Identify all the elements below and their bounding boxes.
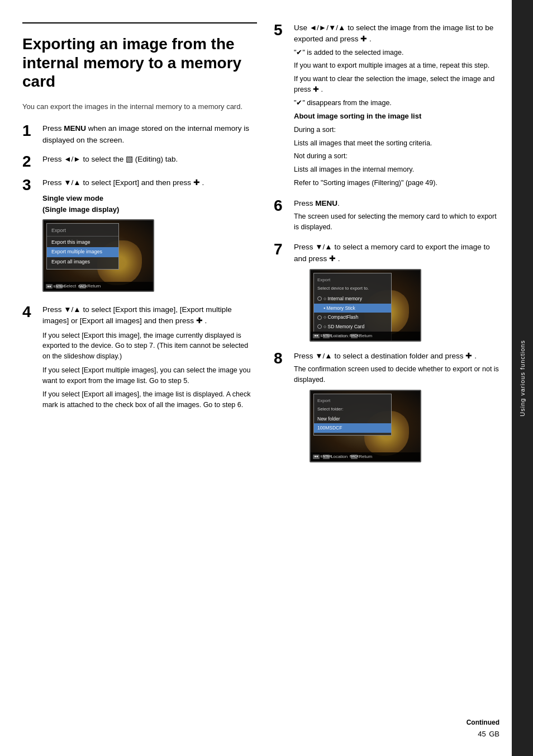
step-5-number: 5 [274, 22, 289, 38]
step-4-sub-3: If you select [Export all images], the i… [42, 389, 257, 410]
step-5: 5 Use ◄/►/▼/▲ to select the image from t… [274, 22, 501, 191]
camera-menu-item-2: Export multiple images [47, 247, 118, 257]
step-6: 6 Press MENU. The screen used for select… [274, 198, 501, 235]
mem-card-label-memorystick: ▪ Memory Stick [323, 305, 355, 312]
continued-text: Continued [467, 719, 499, 726]
step-8-content: Press ▼/▲ to select a destination folder… [294, 351, 501, 465]
camera-btn-back: BACK Return [79, 283, 101, 290]
step-7: 7 Press ▼/▲ to select a memory card to e… [274, 242, 501, 344]
folder-export-title: Export [314, 396, 391, 405]
mem-card-dot-internal [317, 296, 322, 301]
step-8-sub: The confirmation screen used to decide w… [294, 364, 501, 385]
camera-btn-icon-step7-enter: ENTER [323, 334, 330, 338]
camera-btn-step7-enter: ENTER Location [323, 333, 348, 339]
step-4-sub-1: If you select [Export this image], the i… [42, 330, 257, 362]
camera-btn-step8-enter: ENTER Location [323, 453, 348, 460]
sidebar-label: Using various functions [519, 340, 526, 417]
mode-box: Single view mode(Single image display) E… [42, 193, 257, 292]
step-3-number: 3 [22, 177, 38, 193]
page-number: 45 GB [467, 726, 499, 739]
mem-card-item-internal: ○ Internal memory [314, 294, 391, 304]
folder-menu: Export Select folder: New folder 100MSDC… [313, 394, 392, 436]
step-5-sub: "✔" is added to the selected image. If y… [294, 48, 501, 188]
camera-btn-label-step8-return: Return [359, 453, 372, 460]
camera-menu-item-1: Export this image [47, 238, 118, 248]
step-4: 4 Press ▼/▲ to select [Export this image… [22, 304, 257, 414]
right-column: 5 Use ◄/►/▼/▲ to select the image from t… [274, 22, 501, 734]
sort-heading: About image sorting in the image list [294, 111, 501, 122]
step-8-sub-text: The confirmation screen used to decide w… [294, 364, 501, 385]
step-1-content: Press MENU when an image stored on the i… [42, 123, 257, 146]
step-1: 1 Press MENU when an image stored on the… [22, 123, 257, 146]
mem-card-item-cf: ○ CompactFlash [314, 313, 391, 322]
page: Using various functions Exporting an ima… [0, 0, 533, 756]
intro-text: You can export the images in the interna… [22, 101, 257, 112]
camera-btn-label-step7-location: Location [331, 333, 348, 339]
sort-during-desc: Lists all images that meet the sorting c… [294, 138, 501, 149]
step-7-content: Press ▼/▲ to select a memory card to exp… [294, 242, 501, 344]
mem-card-dot-cf [317, 315, 322, 320]
camera-btn-step8-back: BACK Return [351, 453, 372, 460]
sort-during: During a sort: [294, 125, 501, 135]
sort-not-during: Not during a sort: [294, 151, 501, 162]
camera-btn-enter: ENTER Select [56, 283, 76, 290]
step-2: 2 Press ◄/► to select the ▧ (Editing) ta… [22, 154, 257, 169]
step-3-content: Press ▼/▲ to select [Export] and then pr… [42, 177, 257, 296]
camera-btn-icon-step7-back: BACK [351, 334, 358, 338]
step-4-number: 4 [22, 304, 38, 320]
camera-menu-item-3: Export all images [47, 257, 118, 267]
mem-card-item-sd: ○ SD Memory Card [314, 322, 391, 332]
step-5-sub-4: "✔" disappears from the image. [294, 98, 501, 108]
step-4-content: Press ▼/▲ to select [Export this image],… [42, 304, 257, 414]
camera-btn-step7-back: BACK Return [351, 333, 372, 339]
camera-btn-icon-step7-circles: ●● [313, 334, 320, 338]
sort-not-during-desc: Lists all images in the internal memory. [294, 164, 501, 175]
camera-btn-icon-circles: ●● [46, 284, 53, 289]
camera-btn-icon-back: BACK [79, 284, 86, 289]
mem-card-label-cf: ○ CompactFlash [323, 314, 358, 321]
camera-btn-icon-step8-circles: ●● [313, 455, 320, 459]
step-5-content: Use ◄/►/▼/▲ to select the image from the… [294, 22, 501, 191]
step-8-number: 8 [274, 351, 289, 366]
step-4-sub: If you select [Export this image], the i… [42, 330, 257, 410]
step-5-sub-3: If you want to clear the selection the i… [294, 74, 501, 95]
step-7-number: 7 [274, 242, 289, 257]
page-footer: Continued 45 GB [467, 719, 499, 739]
step-6-content: Press MENU. The screen used for selectin… [294, 198, 501, 235]
camera-btn-label-step8-location: Location [331, 453, 348, 460]
mem-card-item-memorystick: ▪ Memory Stick [314, 304, 391, 313]
page-title: Exporting an image from the internal mem… [22, 35, 257, 91]
sort-refer: Refer to "Sorting images (Filtering)" (p… [294, 178, 501, 188]
page-number-value: 45 [478, 730, 486, 738]
camera-bottom-bar-step8: ●● ENTER Location BACK Return [311, 452, 420, 461]
step-5-sub-2: If you want to export multiple images at… [294, 60, 501, 71]
step-4-sub-2: If you select [Export multiple images], … [42, 365, 257, 386]
step-3: 3 Press ▼/▲ to select [Export] and then … [22, 177, 257, 296]
left-column: Exporting an image from the internal mem… [22, 22, 257, 734]
page-number-suffix: GB [489, 730, 499, 738]
mem-card-export-subtitle: Select device to export to. [314, 285, 391, 292]
camera-btn-circles: ●● [46, 283, 53, 290]
camera-btn-step8-circles: ●● [313, 453, 320, 460]
camera-menu-overlay: Export Export this image Export multiple… [46, 223, 119, 270]
title-divider [22, 22, 257, 23]
camera-btn-label-return: Return [87, 283, 101, 290]
step-1-number: 1 [22, 123, 38, 139]
camera-menu-title: Export [47, 226, 118, 237]
main-content: Exporting an image from the internal mem… [0, 0, 512, 756]
mem-card-export-title: Export [314, 276, 391, 285]
camera-screen-step7: Export Select device to export to. ○ Int… [310, 269, 421, 342]
step-6-sub-text: The screen used for selecting the memory… [294, 211, 501, 233]
folder-select-subtitle: Select folder: [314, 405, 391, 413]
camera-screen-step3: Export Export this image Export multiple… [42, 219, 154, 292]
camera-bottom-bar: ●● ENTER Select BACK Return [44, 282, 153, 291]
mem-card-label-internal: ○ Internal memory [323, 295, 362, 303]
step-6-sub: The screen used for selecting the memory… [294, 211, 501, 233]
camera-bottom-bar-step7: ●● ENTER Location BACK Return [311, 332, 420, 341]
step-6-number: 6 [274, 198, 289, 214]
camera-btn-icon-step8-enter: ENTER [323, 455, 330, 459]
step-5-sub-1: "✔" is added to the selected image. [294, 48, 501, 58]
sidebar: Using various functions [512, 0, 533, 756]
camera-btn-icon-enter: ENTER [56, 284, 63, 289]
step-8: 8 Press ▼/▲ to select a destination fold… [274, 351, 501, 465]
